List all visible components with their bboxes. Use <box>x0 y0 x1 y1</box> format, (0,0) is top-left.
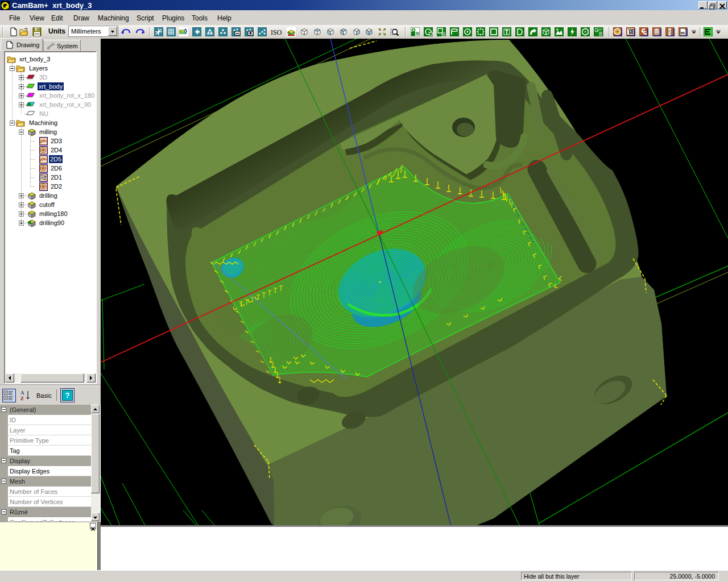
svg-text:A: A <box>20 390 24 396</box>
svg-text:NC: NC <box>681 31 686 35</box>
svg-text:Z: Z <box>20 396 24 401</box>
